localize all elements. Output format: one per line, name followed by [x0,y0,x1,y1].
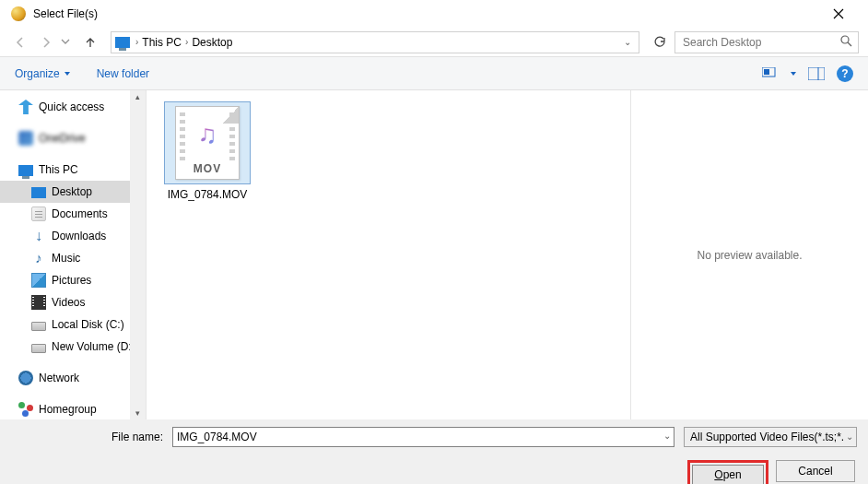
file-list[interactable]: ♫ MOV IMG_0784.MOV [147,90,630,419]
tree-label: Local Disk (C:) [52,318,124,331]
tree-label: Videos [52,296,85,309]
svg-point-0 [841,36,849,43]
open-button-highlight: Open [687,460,768,484]
disk-icon [31,344,46,353]
file-ext-label: MOV [176,162,239,175]
onedrive-icon [18,131,33,146]
back-button[interactable] [9,31,31,53]
chevron-down-icon: ⌄ [846,431,853,442]
cancel-button[interactable]: Cancel [776,460,855,482]
tree-quick-access[interactable]: Quick access [0,96,146,118]
tree-label: New Volume (D:) [52,340,135,353]
up-button[interactable] [79,31,101,53]
tree-scrollbar[interactable]: ▴ ▾ [130,90,146,419]
breadcrumb-desktop[interactable]: Desktop [192,36,232,49]
quick-access-icon [18,100,33,114]
tree-label: OneDrive [39,132,86,145]
tree-label: Network [39,372,79,384]
view-mode-button[interactable] [759,64,781,84]
tree-label: This PC [39,163,78,176]
file-thumbnail: ♫ MOV [164,101,251,184]
filter-label: All Supported Video Files(*.ts;*. [684,427,857,447]
app-icon [11,6,26,21]
this-pc-icon [115,37,130,48]
file-name-input[interactable] [172,427,674,447]
documents-icon [31,207,46,221]
network-icon [18,371,33,385]
svg-rect-3 [808,67,825,80]
homegroup-icon [18,402,33,417]
music-icon: ♪ [31,251,46,266]
window-title: Select File(s) [33,7,98,20]
search-input[interactable] [681,35,840,50]
scroll-up-icon[interactable]: ▴ [135,90,140,103]
tree-desktop[interactable]: Desktop [0,181,146,203]
preview-text: No preview available. [697,249,802,262]
tree-label: Pictures [52,274,91,287]
tree-onedrive[interactable]: OneDrive [0,127,146,149]
desktop-icon [31,187,46,198]
file-item[interactable]: ♫ MOV IMG_0784.MOV [161,101,253,201]
disk-icon [31,322,46,331]
open-underline: O [714,468,722,481]
breadcrumb-this-pc[interactable]: This PC [142,36,182,49]
tree-label: Desktop [52,185,92,198]
close-button[interactable] [820,0,857,28]
tree-local-disk[interactable]: Local Disk (C:) [0,313,146,336]
tree-music[interactable]: ♪ Music [0,247,146,269]
tree-this-pc[interactable]: This PC [0,159,146,181]
music-note-icon: ♫ [198,120,217,149]
pictures-icon [31,273,46,288]
open-button[interactable]: Open [692,465,764,484]
tree-label: Quick access [39,100,104,113]
navigation-tree[interactable]: Quick access OneDrive This PC Desktop Do… [0,90,146,419]
scroll-down-icon[interactable]: ▾ [135,407,140,419]
file-name-label: IMG_0784.MOV [168,188,248,201]
search-box[interactable] [674,31,859,53]
preview-pane-button[interactable] [805,64,827,84]
tree-new-volume[interactable]: New Volume (D:) [0,336,146,358]
chevron-right-icon[interactable]: › [135,37,138,47]
downloads-icon: ↓ [31,229,46,243]
file-name-caption: File name: [11,431,172,443]
view-dropdown[interactable] [787,64,800,84]
command-bar: Organize New folder ? [0,57,868,90]
tree-label: Homegroup [39,403,97,416]
tree-label: Music [52,252,80,265]
this-pc-icon [18,165,33,176]
preview-pane: No preview available. [630,90,868,419]
tree-documents[interactable]: Documents [0,203,146,225]
tree-label: Documents [52,207,108,220]
navigation-bar: › This PC › Desktop ⌄ [0,28,868,57]
tree-downloads[interactable]: ↓ Downloads [0,225,146,247]
new-folder-button[interactable]: New folder [97,67,149,80]
tree-homegroup[interactable]: Homegroup [0,398,146,419]
svg-rect-2 [764,69,769,75]
tree-label: Downloads [52,230,106,242]
tree-videos[interactable]: Videos [0,291,146,313]
help-button[interactable]: ? [837,65,853,82]
recent-dropdown[interactable] [61,36,76,49]
title-bar: Select File(s) [0,0,868,28]
tree-network[interactable]: Network [0,367,146,389]
address-dropdown-icon[interactable]: ⌄ [624,37,631,47]
main-body: Quick access OneDrive This PC Desktop Do… [0,90,868,419]
organize-menu[interactable]: Organize [15,67,71,80]
refresh-button[interactable] [649,31,671,53]
videos-icon [31,295,46,310]
forward-button[interactable] [35,31,57,53]
organize-label: Organize [15,67,60,80]
search-icon [840,35,852,50]
tree-pictures[interactable]: Pictures [0,269,146,291]
chevron-right-icon[interactable]: › [185,37,188,47]
dialog-footer: File name: ⌄ All Supported Video Files(*… [0,419,868,484]
file-type-filter[interactable]: All Supported Video Files(*.ts;*. ⌄ [684,427,857,447]
filename-dropdown-icon[interactable]: ⌄ [663,431,671,441]
open-rest: pen [723,468,742,481]
address-bar[interactable]: › This PC › Desktop ⌄ [111,31,639,53]
